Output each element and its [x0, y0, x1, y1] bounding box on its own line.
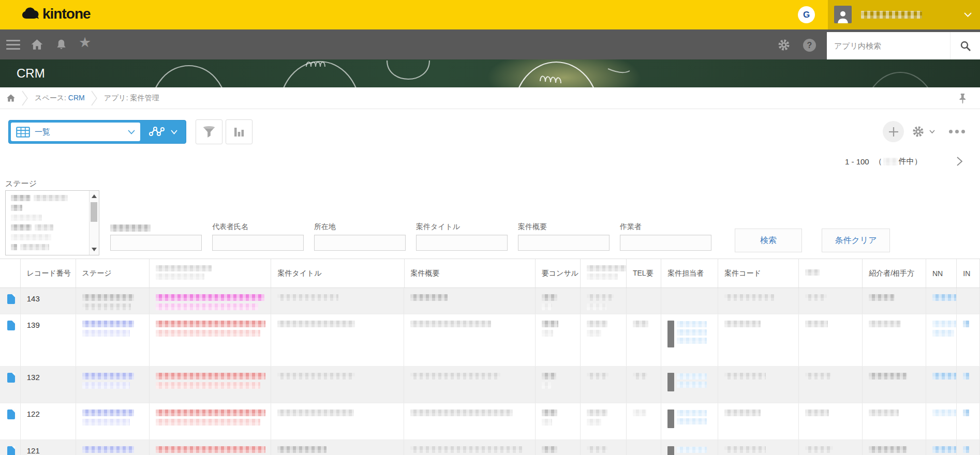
more-options-button[interactable] [949, 130, 965, 133]
filter-input[interactable] [416, 235, 508, 251]
help-icon[interactable]: ? [803, 39, 816, 52]
redacted-text [82, 446, 134, 453]
assignee-block [667, 321, 714, 347]
cell-assignee [661, 314, 718, 366]
listbox-option[interactable] [11, 234, 99, 240]
table-row[interactable]: 132 [0, 367, 980, 403]
redacted-text [805, 269, 820, 276]
filter-field: 案件タイトル [416, 222, 508, 251]
listbox-option[interactable] [11, 224, 99, 231]
column-header[interactable]: レコード番号 [21, 259, 76, 287]
scrollbar-thumb[interactable] [91, 202, 97, 222]
scroll-down-icon[interactable] [92, 248, 97, 251]
filter-field-label: 案件概要 [518, 222, 610, 232]
cell-case_code [718, 403, 799, 439]
search-submit-button[interactable] [950, 32, 980, 59]
redacted-text [277, 446, 326, 453]
redacted-text [11, 234, 51, 240]
scroll-up-icon[interactable] [92, 194, 97, 198]
kintone-logo[interactable]: kintone [21, 6, 91, 22]
filter-input[interactable] [314, 235, 406, 251]
filter-field-label: 作業者 [620, 222, 711, 232]
cell-stage [76, 288, 150, 314]
search-button[interactable]: 検索 [735, 229, 802, 252]
cell-referrer [863, 367, 926, 403]
space-link[interactable]: CRM [68, 94, 85, 102]
column-header[interactable] [0, 259, 21, 287]
listbox-option[interactable] [11, 205, 99, 211]
cell-col11 [799, 440, 863, 455]
redacted-text [11, 215, 42, 221]
chart-button[interactable] [226, 119, 253, 144]
add-record-button[interactable] [883, 121, 904, 142]
redacted-text [277, 373, 355, 380]
column-header[interactable]: TEL要 [627, 259, 661, 287]
redacted-text [587, 330, 601, 337]
column-header[interactable]: 要コンサル [536, 259, 581, 287]
view-dropdown[interactable]: 一覧 [11, 123, 140, 141]
filter-button[interactable] [196, 119, 222, 144]
user-menu[interactable] [828, 0, 980, 29]
record-icon[interactable] [7, 410, 15, 419]
listbox-scrollbar[interactable] [89, 191, 99, 255]
filter-field [110, 222, 202, 251]
stage-listbox[interactable] [5, 190, 99, 255]
column-header[interactable] [799, 259, 863, 287]
record-icon[interactable] [7, 321, 15, 330]
star-icon[interactable]: ★ [79, 36, 91, 50]
cell-summary [404, 440, 535, 455]
cell-col8 [581, 403, 627, 439]
filter-input[interactable] [110, 235, 202, 251]
record-icon[interactable] [7, 373, 15, 383]
column-header[interactable] [581, 259, 627, 287]
bell-icon[interactable] [55, 38, 68, 51]
record-icon[interactable] [7, 446, 15, 455]
listbox-option[interactable] [11, 195, 99, 201]
cell-assignee [661, 403, 718, 439]
hamburger-menu-icon[interactable] [6, 40, 20, 52]
next-page-icon[interactable] [956, 156, 963, 166]
cell-nn [926, 314, 957, 366]
cell-in [957, 403, 980, 439]
column-header[interactable]: 案件コード [718, 259, 799, 287]
column-header[interactable]: 案件タイトル [271, 259, 404, 287]
app-settings-button[interactable] [912, 125, 935, 138]
g-service-badge[interactable]: G [798, 6, 815, 23]
listbox-option[interactable] [11, 215, 99, 221]
redacted-text [587, 419, 601, 426]
graph-view-dropdown[interactable] [140, 126, 186, 138]
table-row[interactable]: 122 [0, 403, 980, 440]
column-header[interactable]: 紹介者/相手方 [863, 259, 926, 287]
column-header[interactable]: IN [957, 259, 980, 287]
filter-input[interactable] [518, 235, 610, 251]
redacted-text [869, 321, 901, 327]
filter-input[interactable] [212, 235, 304, 251]
listbox-option[interactable] [11, 244, 99, 250]
redacted-text [156, 410, 265, 416]
column-header[interactable]: NN [926, 259, 957, 287]
redacted-text [677, 447, 707, 453]
top-bar: kintone G [0, 0, 980, 29]
cell-in [957, 288, 980, 314]
column-header[interactable]: ステージ [76, 259, 150, 287]
pin-icon[interactable] [959, 93, 967, 104]
record-icon[interactable] [7, 294, 15, 304]
cell-icon [0, 403, 21, 439]
app-search-input[interactable] [827, 32, 950, 59]
home-icon[interactable] [30, 38, 44, 51]
table-row[interactable]: 139 [0, 314, 980, 367]
redacted-text [542, 304, 552, 310]
column-header[interactable]: 案件概要 [405, 259, 536, 287]
gear-icon[interactable] [777, 38, 791, 52]
redacted-text [82, 373, 134, 380]
table-row[interactable]: 143 [0, 288, 980, 314]
column-header[interactable]: 案件担当者 [661, 259, 718, 287]
breadcrumb-home-icon[interactable] [6, 94, 16, 102]
table-row[interactable]: 121 [0, 440, 980, 455]
redacted-text [542, 330, 553, 337]
redacted-text [542, 321, 558, 327]
filter-input[interactable] [620, 235, 711, 251]
clear-conditions-button[interactable]: 条件クリア [822, 229, 890, 252]
cell-in [957, 440, 980, 455]
column-header[interactable] [150, 259, 271, 287]
